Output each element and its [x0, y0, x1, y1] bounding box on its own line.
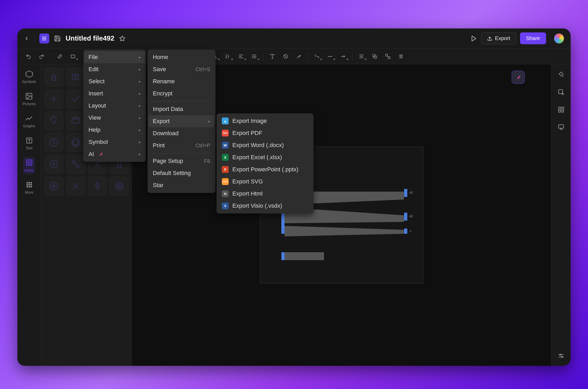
text-tool[interactable]	[267, 51, 278, 62]
document-title[interactable]: Untitled file492	[66, 34, 114, 42]
connector-button[interactable]	[311, 51, 323, 62]
ungroup-button[interactable]	[382, 51, 394, 62]
menu-separator	[151, 101, 212, 101]
right-rail	[551, 64, 571, 366]
menu-item-import-data[interactable]: Import Data	[148, 103, 215, 115]
library-icon[interactable]	[110, 177, 129, 196]
menu-item-symbol[interactable]: Symbol▸	[83, 136, 146, 148]
layers-button[interactable]	[395, 51, 407, 62]
rail-text[interactable]: Text	[24, 135, 35, 152]
rail-label: Text	[26, 146, 33, 150]
menu-item-default-setting[interactable]: Default Setting	[148, 167, 215, 179]
save-icon[interactable]	[54, 35, 61, 42]
node-label: a2	[409, 214, 413, 218]
menu-item-export-word-docx-[interactable]: WExport Word (.docx)	[217, 139, 313, 151]
present-panel-icon[interactable]	[556, 122, 566, 132]
library-icon[interactable]	[66, 177, 85, 196]
arrow-style-button[interactable]	[337, 51, 349, 62]
menu-item-home[interactable]: Home	[148, 51, 215, 63]
alignment-button[interactable]	[356, 51, 367, 62]
library-icon[interactable]	[66, 111, 85, 130]
svg-rect-91	[117, 165, 121, 168]
ai-assistant-button[interactable]: ⫽	[512, 71, 525, 84]
svg-rect-6	[71, 55, 75, 58]
menu-item-view[interactable]: View▸	[83, 112, 146, 124]
svg-point-58	[29, 184, 30, 185]
menu-item-file[interactable]: File▸	[84, 51, 145, 63]
menu-item-export-image[interactable]: ▲Export Image	[217, 115, 313, 127]
svg-rect-105	[562, 110, 564, 112]
library-icon[interactable]	[44, 177, 63, 196]
svg-point-53	[28, 161, 31, 164]
group-button[interactable]	[369, 51, 380, 62]
library-icon[interactable]: ?	[44, 133, 63, 152]
settings-panel-icon[interactable]	[556, 351, 566, 361]
library-icon[interactable]	[66, 155, 85, 174]
topbar-right: Export Share	[471, 32, 564, 44]
svg-marker-93	[53, 184, 56, 188]
menu-item-export-html[interactable]: HExport Html	[217, 188, 313, 200]
menu-item-edit[interactable]: Edit▸	[83, 63, 146, 75]
star-icon[interactable]	[119, 35, 125, 42]
menu-item-print[interactable]: PrintCtrl+P	[148, 139, 215, 152]
rail-icons[interactable]: Icons	[23, 157, 35, 174]
menu-item-star[interactable]: Star	[148, 179, 215, 191]
svg-line-89	[74, 163, 77, 166]
menu-item-insert[interactable]: Insert▸	[83, 87, 146, 100]
svg-point-86	[53, 163, 55, 166]
menu-item-select[interactable]: Select▸	[83, 75, 146, 87]
svg-rect-74	[72, 119, 80, 123]
export-button[interactable]: Export	[481, 32, 516, 44]
separator	[51, 52, 51, 60]
library-icon[interactable]	[44, 155, 63, 174]
library-icon[interactable]	[66, 67, 85, 87]
align-button[interactable]	[235, 51, 247, 62]
menu-item-export[interactable]: Export▸	[149, 115, 214, 127]
menu-item-download[interactable]: Download	[148, 127, 215, 139]
fill-panel-icon[interactable]	[556, 70, 566, 80]
library-icon[interactable]	[88, 177, 107, 196]
library-icon[interactable]	[44, 111, 63, 130]
menu-item-export-pdf[interactable]: PDFExport PDF	[217, 127, 313, 139]
list-button[interactable]	[248, 51, 260, 62]
svg-point-92	[50, 182, 58, 190]
library-icon[interactable]	[66, 89, 85, 109]
menu-item-export-excel-xlsx-[interactable]: XExport Excel (.xlsx)	[217, 151, 313, 163]
share-button[interactable]: Share	[520, 32, 546, 44]
rail-pictures[interactable]: Pictures	[21, 91, 37, 108]
menu-item-export-visio-vsdx-[interactable]: VExport Visio (.vsdx)	[217, 200, 313, 212]
back-button[interactable]	[24, 36, 30, 41]
rail-label: Symbols	[22, 80, 36, 84]
library-icon[interactable]	[44, 67, 63, 87]
redo-button[interactable]	[36, 51, 47, 62]
rail-more[interactable]: More	[23, 179, 35, 196]
menu-item-ai[interactable]: AI⫽▸	[83, 148, 146, 160]
menu-item-layout[interactable]: Layout▸	[83, 100, 146, 112]
menu-item-help[interactable]: Help▸	[83, 124, 146, 136]
stroke-tool[interactable]	[280, 51, 291, 62]
menu-item-save[interactable]: SaveCtrl+S	[148, 63, 215, 75]
undo-button[interactable]	[23, 51, 34, 62]
library-icon[interactable]	[66, 133, 85, 152]
line-style-button[interactable]	[324, 51, 336, 62]
font-dropdown[interactable]	[67, 51, 79, 62]
svg-point-56	[31, 182, 32, 183]
menu-item-page-setup[interactable]: Page SetupF6	[148, 155, 215, 167]
menu-item-encrypt[interactable]: Encrypt	[148, 87, 215, 100]
menu-item-rename[interactable]: Rename	[148, 75, 215, 87]
main-menu-button[interactable]	[39, 33, 49, 43]
topbar: Untitled file492 Export Share	[17, 28, 571, 48]
svg-marker-4	[472, 36, 476, 41]
menu-item-export-powerpoint-pptx-[interactable]: PExport PowerPoint (.pptx)	[217, 163, 313, 176]
eyedrop-tool[interactable]	[293, 51, 305, 62]
spacing-button[interactable]	[222, 51, 234, 62]
menu-item-export-svg[interactable]: SVGExport SVG	[217, 176, 313, 188]
rail-graphs[interactable]: Graphs	[22, 113, 37, 130]
grid-panel-icon[interactable]	[556, 104, 566, 115]
play-icon[interactable]	[471, 35, 477, 42]
user-avatar[interactable]	[554, 33, 564, 44]
rail-symbols[interactable]: Symbols	[21, 69, 38, 85]
brush-button[interactable]	[54, 51, 66, 62]
add-panel-icon[interactable]	[556, 87, 566, 98]
library-icon[interactable]	[44, 89, 63, 109]
